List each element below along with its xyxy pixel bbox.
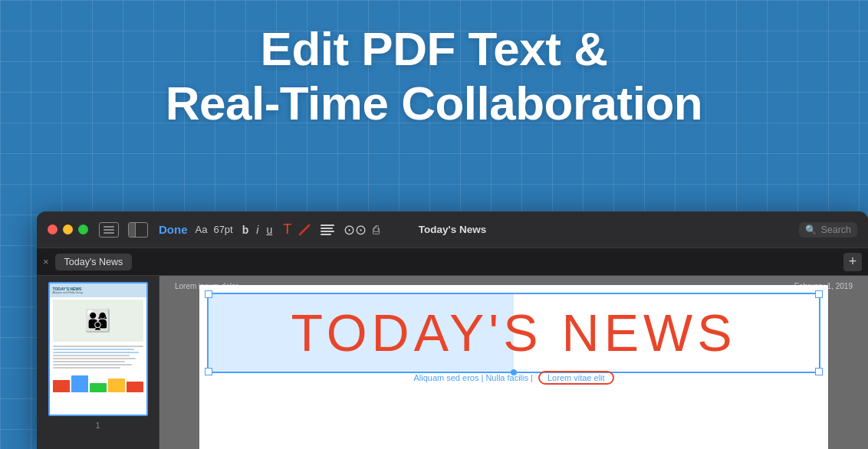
thumb-content-lines — [50, 344, 146, 372]
tab-close-button[interactable]: × — [43, 256, 49, 267]
text-color-button[interactable]: T — [283, 221, 291, 238]
italic-button[interactable]: i — [256, 224, 258, 236]
traffic-lights — [37, 224, 88, 234]
window-title: Today's News — [419, 224, 487, 235]
tab-item-news[interactable]: Today's News — [55, 254, 133, 270]
close-button[interactable] — [48, 224, 58, 234]
page-sidebar: TODAY'S NEWS Aliquam and Philia Group 👨‍… — [37, 276, 159, 449]
title-bar: Done Aa 67pt b i u T ⊙⊙ ⎙ Today's News 🔍 — [37, 211, 868, 248]
done-button[interactable]: Done — [159, 223, 188, 236]
subheading-circled: Lorem vitae elit — [538, 371, 614, 385]
search-icon: 🔍 — [805, 224, 817, 235]
people-icon[interactable]: ⊙⊙ — [344, 221, 367, 238]
maximize-button[interactable] — [78, 224, 88, 234]
underline-button[interactable]: u — [266, 224, 272, 236]
resize-handle-tl[interactable] — [205, 290, 212, 298]
search-box[interactable]: 🔍 Search — [799, 222, 857, 238]
subheading-row: Aliquam sed eros | Nulla facilis | Lorem… — [213, 371, 814, 385]
content-area: TODAY'S NEWS Aliquam and Philia Group 👨‍… — [37, 276, 868, 449]
tab-add-button[interactable]: + — [843, 253, 862, 271]
page-thumbnail[interactable]: TODAY'S NEWS Aliquam and Philia Group 👨‍… — [48, 282, 148, 416]
tab-bar: × Today's News + — [37, 248, 868, 276]
toolbar-icons — [99, 222, 148, 238]
subheading-text: Aliquam sed eros | Nulla facilis | — [413, 373, 533, 382]
font-pt-value[interactable]: 67pt — [213, 224, 232, 235]
thumb-chart — [53, 373, 143, 392]
panel-icon[interactable] — [128, 222, 148, 238]
resize-handle-br[interactable] — [815, 368, 823, 375]
share-icon[interactable]: ⎙ — [373, 223, 380, 236]
align-icon[interactable] — [321, 224, 334, 235]
thumb-subtitle: Aliquam and Philia Group — [53, 291, 84, 294]
search-placeholder: Search — [820, 224, 851, 235]
minimize-button[interactable] — [63, 224, 73, 234]
mac-window: Done Aa 67pt b i u T ⊙⊙ ⎙ Today's News 🔍 — [37, 211, 868, 449]
page-number: 1 — [95, 421, 100, 430]
bold-button[interactable]: b — [242, 224, 249, 236]
svg-line-0 — [300, 225, 309, 234]
resize-handle-tr[interactable] — [815, 290, 823, 298]
sidebar-toggle-icon[interactable] — [99, 222, 119, 238]
thumb-image: 👨‍👩‍👦 — [53, 300, 143, 342]
strikethrough-icon[interactable] — [298, 223, 311, 237]
font-size-label[interactable]: Aa — [196, 224, 208, 235]
pdf-area[interactable]: Lorem ipsum dolor February 1, 2019 TODAY… — [159, 276, 868, 449]
pdf-page[interactable]: TODAY'S NEWS Aliquam sed eros | Nulla fa… — [199, 285, 828, 449]
resize-handle-bl[interactable] — [205, 368, 212, 375]
news-heading[interactable]: TODAY'S NEWS — [213, 296, 814, 365]
